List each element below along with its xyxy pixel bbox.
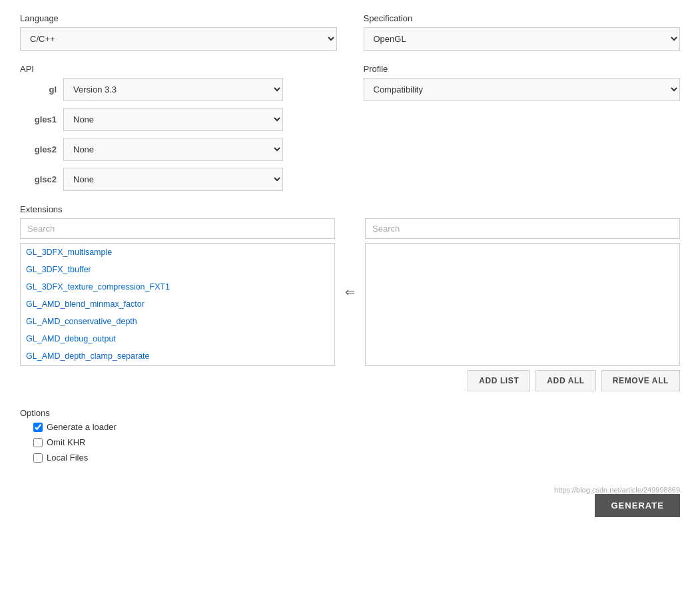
generate-loader-label: Generate a loader [47,422,117,432]
api-gl-label: gl [20,85,57,95]
local-files-label: Local Files [47,453,88,463]
list-item[interactable]: GL_AMD_depth_clamp_separate [21,347,334,365]
options-section: Options Generate a loader Omit KHR Local… [20,408,680,463]
specification-select[interactable]: OpenGL OpenGL ES WebGL [364,27,681,51]
list-item[interactable]: GL_AMD_blend_minmax_factor [21,296,334,313]
extensions-label: Extensions [20,204,680,214]
api-gl-select[interactable]: None Version 1.0 Version 2.0 Version 3.0… [63,78,283,101]
list-item[interactable]: GL_AMD_debug_output [21,330,334,347]
api-gles2-select[interactable]: None Version 2.0 Version 3.0 Version 3.1… [63,138,283,161]
api-grid: gl None Version 1.0 Version 2.0 Version … [20,78,337,191]
extensions-right-panel: ADD LIST ADD ALL REMOVE ALL [365,218,680,391]
specification-label: Specification [364,13,681,23]
generate-button[interactable]: GENERATE [595,494,680,517]
extensions-layout: GL_3DFX_multisample GL_3DFX_tbuffer GL_3… [20,218,680,391]
add-list-button[interactable]: ADD LIST [468,370,530,391]
language-select[interactable]: C/C++ C C++ [20,27,337,51]
api-label: API [20,64,337,74]
extensions-buttons: ADD LIST ADD ALL REMOVE ALL [365,370,680,391]
profile-select[interactable]: Compatibility Core [364,78,681,101]
extensions-left-panel: GL_3DFX_multisample GL_3DFX_tbuffer GL_3… [20,218,335,366]
add-all-button[interactable]: ADD ALL [535,370,595,391]
api-row-gles2: gles2 None Version 2.0 Version 3.0 Versi… [20,138,337,161]
language-label: Language [20,13,337,23]
extensions-left-search[interactable] [20,218,335,239]
list-item[interactable]: GL_AMD_draw_buffers_blend [21,365,334,366]
generate-area: https://blog.csdn.net/article/249998869 … [20,483,680,517]
extensions-right-list[interactable] [365,243,680,366]
list-item[interactable]: GL_3DFX_multisample [21,244,334,261]
local-files-checkbox[interactable] [33,453,43,463]
remove-all-button[interactable]: REMOVE ALL [601,370,680,391]
api-gles2-label: gles2 [20,144,57,154]
list-item[interactable]: GL_3DFX_tbuffer [21,261,334,278]
extensions-right-search[interactable] [365,218,680,239]
omit-khr-checkbox[interactable] [33,438,43,447]
options-label: Options [20,408,680,418]
api-row-glsc2: glsc2 None Version 2.0 [20,168,337,191]
api-gles1-select[interactable]: None Version 1.0 [63,108,283,131]
option-omit-khr: Omit KHR [33,437,680,447]
generate-loader-checkbox[interactable] [33,423,43,432]
api-glsc2-select[interactable]: None Version 2.0 [63,168,283,191]
extensions-section: Extensions GL_3DFX_multisample GL_3DFX_t… [20,204,680,391]
option-local-files: Local Files [33,453,680,463]
list-item[interactable]: GL_3DFX_texture_compression_FXT1 [21,278,334,296]
extensions-left-list[interactable]: GL_3DFX_multisample GL_3DFX_tbuffer GL_3… [20,243,335,366]
api-row-gles1: gles1 None Version 1.0 [20,108,337,131]
api-row-gl: gl None Version 1.0 Version 2.0 Version … [20,78,337,101]
api-gles1-label: gles1 [20,114,57,124]
transfer-arrow[interactable]: ⇐ [342,285,358,300]
profile-label: Profile [364,64,681,74]
omit-khr-label: Omit KHR [47,437,86,447]
url-text: https://blog.csdn.net/article/249998869 [554,486,680,494]
api-glsc2-label: glsc2 [20,174,57,184]
option-generate-loader: Generate a loader [33,422,680,432]
list-item[interactable]: GL_AMD_conservative_depth [21,313,334,330]
